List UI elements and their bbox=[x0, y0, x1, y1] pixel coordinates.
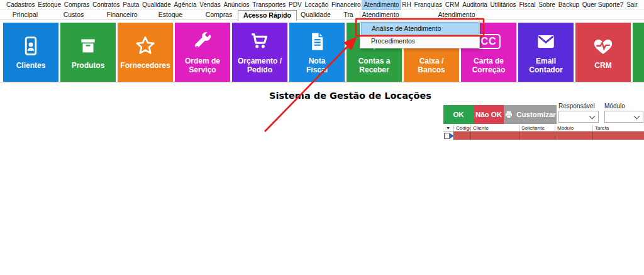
tile-partial[interactable] bbox=[633, 23, 644, 82]
menu-cadastros[interactable]: Cadastros bbox=[5, 0, 36, 9]
tile-label: Fornecedores bbox=[119, 62, 171, 70]
chevron-down-icon bbox=[589, 113, 596, 119]
tile-label: Email Contador bbox=[518, 57, 574, 75]
menu-auditoria[interactable]: Auditoria bbox=[461, 0, 488, 9]
tile-label: CRM bbox=[593, 62, 613, 70]
tab-principal[interactable]: Principal bbox=[8, 10, 43, 20]
row-selector-cell bbox=[443, 132, 453, 140]
column-solicitante[interactable]: Solicitante bbox=[519, 125, 555, 132]
table-row[interactable] bbox=[443, 132, 644, 140]
star-icon bbox=[134, 34, 157, 58]
column-codigo[interactable]: Código bbox=[453, 125, 470, 132]
envelope-icon bbox=[534, 30, 558, 53]
tile-label: Caixa / Bancos bbox=[404, 57, 459, 75]
tab-qualidade[interactable]: Qualidade bbox=[296, 10, 336, 20]
printer-icon bbox=[504, 111, 513, 119]
tab-financeiro[interactable]: Financeiro bbox=[101, 10, 142, 20]
heart-pulse-icon bbox=[592, 34, 614, 58]
column-modulo[interactable]: Módulo bbox=[555, 125, 592, 132]
menu-atendimento[interactable]: Atendimento bbox=[362, 0, 400, 9]
tile-fornecedores[interactable]: Fornecedores bbox=[118, 23, 173, 82]
tile-orcamento-pedido[interactable]: Orçamento / Pedido bbox=[232, 23, 287, 82]
cell-modulo bbox=[555, 132, 592, 140]
tile-ordem-de-servico[interactable]: Ordem de Serviço bbox=[175, 23, 230, 82]
menu-locacao[interactable]: Locação bbox=[303, 0, 330, 9]
modulo-label: Módulo bbox=[604, 103, 625, 109]
document-icon bbox=[306, 30, 328, 53]
cell-codigo bbox=[453, 132, 470, 140]
customizar-button[interactable]: Customizar bbox=[504, 105, 557, 124]
tile-label: Clientes bbox=[15, 62, 47, 70]
tile-label: Produtos bbox=[70, 62, 106, 70]
menu-pauta[interactable]: Pauta bbox=[121, 0, 140, 9]
menu-vendas[interactable]: Vendas bbox=[198, 0, 221, 9]
menubar: Cadastros Estoque Compras Contratos Paut… bbox=[0, 0, 644, 10]
filter-icon[interactable]: ▼ bbox=[443, 125, 453, 132]
menu-fiscal[interactable]: Fiscal bbox=[518, 0, 536, 9]
menu-compras[interactable]: Compras bbox=[63, 0, 91, 9]
tile-label: Nota Fiscal bbox=[301, 57, 333, 75]
cc-icon: CC bbox=[477, 30, 500, 53]
ok-button-label: OK bbox=[453, 111, 464, 118]
row-checkbox[interactable] bbox=[444, 133, 450, 139]
wrench-icon bbox=[192, 30, 213, 53]
tiles-divider bbox=[0, 82, 644, 83]
menu-pdv[interactable]: PDV bbox=[287, 0, 303, 9]
quick-access-tiles: Clientes Produtos Fornecedores bbox=[3, 23, 644, 82]
cell-tarefa bbox=[592, 132, 644, 140]
tab-atendimento-1[interactable]: Atendimento bbox=[357, 10, 404, 20]
ok-button[interactable]: OK bbox=[443, 105, 474, 124]
tab-transportes-cut[interactable]: Tra bbox=[338, 10, 358, 20]
column-cliente[interactable]: Cliente bbox=[470, 125, 519, 132]
tile-label: Orçamento / Pedido bbox=[232, 57, 287, 75]
chevron-down-icon bbox=[634, 113, 640, 119]
tile-label: Contas a Receber bbox=[347, 57, 402, 75]
menu-item-analise-de-atendimento[interactable]: Análise de Atendimento bbox=[361, 22, 479, 35]
tab-acesso-rapido[interactable]: Acesso Rápido bbox=[238, 10, 297, 21]
menu-crm[interactable]: CRM bbox=[444, 0, 461, 9]
tile-produtos[interactable]: Produtos bbox=[60, 23, 116, 82]
menu-franquias[interactable]: Franquias bbox=[413, 0, 443, 9]
responsavel-select[interactable] bbox=[558, 111, 599, 123]
menu-quer-suporte[interactable]: Quer Suporte? bbox=[581, 0, 625, 9]
tab-atendimento-2[interactable]: Atendimento bbox=[433, 10, 480, 20]
box-icon bbox=[77, 34, 99, 58]
table-header: ▼ Código Cliente Solicitante Módulo Tare… bbox=[443, 125, 644, 132]
nao-ok-button[interactable]: Não OK bbox=[474, 105, 504, 124]
atendimento-dropdown: Análise de Atendimento Procedimentos bbox=[360, 21, 480, 48]
tabstrip: Principal Custos Financeiro Estoque Comp… bbox=[0, 10, 644, 20]
tab-compras[interactable]: Compras bbox=[201, 10, 238, 20]
cell-cliente bbox=[470, 132, 519, 140]
menu-sair[interactable]: Sair bbox=[625, 0, 639, 9]
customizar-button-label: Customizar bbox=[516, 111, 556, 118]
tab-custos[interactable]: Custos bbox=[58, 10, 89, 20]
tile-clientes[interactable]: Clientes bbox=[3, 23, 58, 82]
tile-label: Ordem de Serviço bbox=[175, 57, 230, 75]
cart-icon bbox=[248, 30, 271, 53]
menu-estoque[interactable]: Estoque bbox=[36, 0, 62, 9]
tile-email-contador[interactable]: Email Contador bbox=[518, 23, 574, 82]
app-window: Cadastros Estoque Compras Contratos Paut… bbox=[0, 0, 644, 275]
tile-nota-fiscal[interactable]: Nota Fiscal bbox=[289, 23, 345, 82]
tab-estoque[interactable]: Estoque bbox=[153, 10, 188, 20]
modulo-select[interactable] bbox=[604, 111, 643, 123]
menu-item-procedimentos[interactable]: Procedimentos bbox=[361, 35, 479, 47]
tile-crm[interactable]: CRM bbox=[575, 23, 631, 82]
menu-utilitarios[interactable]: Utilitários bbox=[489, 0, 518, 9]
menu-backup[interactable]: Backup bbox=[557, 0, 580, 9]
menu-qualidade[interactable]: Qualidade bbox=[141, 0, 172, 9]
contact-card-icon bbox=[20, 34, 42, 58]
tile-label: Carta de Correção bbox=[461, 57, 516, 75]
cell-solicitante bbox=[519, 132, 555, 140]
nao-ok-button-label: Não OK bbox=[475, 111, 502, 118]
task-table: ▼ Código Cliente Solicitante Módulo Tare… bbox=[443, 125, 644, 140]
responsavel-label: Responsável bbox=[558, 103, 595, 109]
menu-anuncios[interactable]: Anúncios bbox=[222, 0, 250, 9]
menu-contratos[interactable]: Contratos bbox=[91, 0, 121, 9]
menu-agencia[interactable]: Agência bbox=[172, 0, 197, 9]
menu-sobre[interactable]: Sobre bbox=[537, 0, 557, 9]
menu-transportes[interactable]: Transportes bbox=[251, 0, 287, 9]
column-tarefa[interactable]: Tarefa bbox=[592, 125, 644, 132]
menu-rh[interactable]: RH bbox=[401, 0, 412, 9]
menu-financeiro[interactable]: Financeiro bbox=[330, 0, 362, 9]
